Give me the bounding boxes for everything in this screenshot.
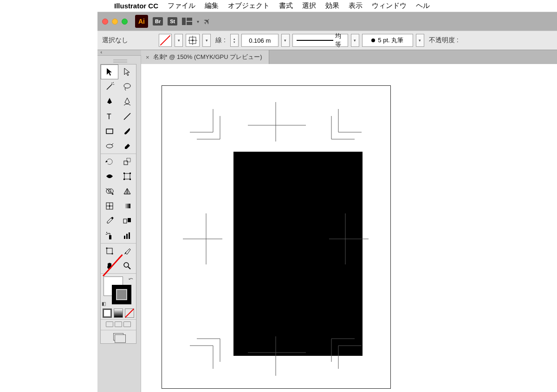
rectangle-tool[interactable]	[101, 124, 118, 139]
selection-tool[interactable]	[101, 64, 118, 79]
svg-point-17	[124, 84, 130, 88]
paintbrush-tool[interactable]	[118, 124, 136, 139]
svg-rect-23	[124, 161, 128, 165]
magic-wand-tool[interactable]	[101, 79, 118, 94]
stroke-profile-dropdown[interactable]: ▾	[351, 34, 359, 47]
fill-dropdown[interactable]: ▾	[175, 34, 183, 47]
shaper-tool[interactable]	[101, 139, 118, 154]
svg-point-13	[111, 84, 112, 85]
menu-type[interactable]: 書式	[279, 1, 293, 10]
zoom-tool[interactable]	[118, 258, 136, 273]
outer-margin	[0, 0, 97, 392]
curvature-tool[interactable]	[118, 94, 136, 109]
arrange-documents-icon[interactable]	[182, 18, 192, 25]
stroke-stepper[interactable]: ▴▾	[230, 34, 239, 47]
swap-fill-stroke-icon[interactable]: ⤺	[129, 276, 133, 282]
draw-behind-icon[interactable]	[115, 321, 122, 327]
symbol-sprayer-tool[interactable]	[101, 228, 118, 243]
eraser-tool[interactable]	[118, 139, 136, 154]
direct-selection-tool[interactable]	[118, 64, 136, 79]
stroke-align-dropdown[interactable]: ▾	[202, 34, 211, 47]
lasso-tool[interactable]	[118, 79, 136, 94]
gradient-tool[interactable]	[118, 199, 136, 213]
shape-builder-tool[interactable]	[101, 184, 118, 199]
stroke-profile-label: 均等	[335, 32, 346, 49]
draw-inside-icon[interactable]	[123, 321, 131, 327]
menu-view[interactable]: 表示	[349, 1, 363, 10]
minimize-window-button[interactable]	[112, 19, 118, 25]
color-mode-row	[101, 307, 136, 319]
brush-definition[interactable]: 5 pt. 丸筆	[362, 34, 413, 47]
svg-rect-42	[109, 235, 111, 239]
svg-rect-40	[123, 219, 127, 223]
close-tab-icon[interactable]: ×	[146, 54, 149, 61]
window-controls	[102, 19, 128, 25]
fill-stroke-control[interactable]: ⤺ ◧	[101, 274, 136, 307]
dock-collapse-icon[interactable]	[97, 50, 141, 56]
screen-mode-icon[interactable]	[113, 333, 123, 341]
stroke-align-icon[interactable]	[186, 34, 200, 47]
mesh-tool[interactable]	[101, 199, 118, 213]
pen-tool[interactable]	[101, 94, 118, 109]
free-transform-tool[interactable]	[118, 169, 136, 184]
menu-file[interactable]: ファイル	[168, 1, 195, 10]
rotate-tool[interactable]	[101, 154, 118, 169]
color-mode-none[interactable]	[125, 308, 134, 318]
opacity-label: 不透明度 :	[429, 36, 459, 45]
svg-rect-27	[130, 173, 131, 174]
svg-rect-29	[130, 179, 131, 180]
app-titlebar: Ai Br St ▾ ✈	[97, 12, 557, 31]
type-tool[interactable]: T	[101, 109, 118, 124]
arrange-dropdown-icon[interactable]: ▾	[197, 19, 199, 24]
menu-help[interactable]: ヘル	[416, 1, 430, 10]
stroke-swatch[interactable]	[112, 285, 131, 304]
stock-badge[interactable]: St	[168, 17, 177, 26]
menu-effect[interactable]: 効果	[325, 1, 339, 10]
stroke-weight-dropdown[interactable]: ▾	[281, 34, 290, 47]
menu-edit[interactable]: 編集	[205, 1, 219, 10]
screen-mode-row	[101, 320, 136, 330]
stroke-profile[interactable]: 均等	[292, 34, 348, 47]
scale-tool[interactable]	[118, 154, 136, 169]
dock-handle-icon[interactable]	[113, 59, 127, 63]
artboard-tool[interactable]	[101, 244, 118, 258]
selection-status: 選択なし	[102, 36, 128, 45]
stroke-label: 線 :	[215, 36, 226, 45]
mac-menubar: Illustrator CC ファイル 編集 オブジェクト 書式 選択 効果 表…	[97, 0, 557, 12]
width-tool[interactable]	[101, 169, 118, 184]
stroke-weight-input[interactable]: 0.106 m	[241, 34, 278, 47]
svg-rect-25	[124, 174, 130, 179]
document-tabbar: × 名刺* @ 150% (CMYK/GPU プレビュー)	[141, 50, 557, 64]
app-name[interactable]: Illustrator CC	[114, 2, 158, 10]
menu-object[interactable]: オブジェクト	[228, 1, 270, 10]
svg-rect-47	[126, 234, 128, 239]
brush-dropdown[interactable]: ▾	[416, 34, 424, 47]
control-bar: 選択なし ▾ ▾ 線 : ▴▾ 0.106 m ▾ 均等 ▾ 5 pt. 丸筆 …	[97, 31, 557, 50]
menu-window[interactable]: ウィンドウ	[372, 1, 407, 10]
svg-rect-41	[128, 218, 131, 222]
svg-text:T: T	[107, 113, 111, 121]
blend-tool[interactable]	[118, 213, 136, 228]
color-mode-solid[interactable]	[103, 308, 112, 318]
color-mode-gradient[interactable]	[114, 308, 123, 318]
svg-point-43	[106, 232, 107, 233]
svg-point-44	[107, 233, 108, 234]
document-tab[interactable]: × 名刺* @ 150% (CMYK/GPU プレビュー)	[141, 50, 269, 64]
default-fill-stroke-icon[interactable]: ◧	[102, 301, 106, 306]
menu-select[interactable]: 選択	[302, 1, 316, 10]
bridge-badge[interactable]: Br	[153, 17, 163, 26]
gpu-performance-icon[interactable]: ✈	[201, 15, 214, 27]
perspective-grid-tool[interactable]	[118, 184, 136, 199]
column-graph-tool[interactable]	[118, 228, 136, 243]
fullscreen-window-button[interactable]	[122, 19, 128, 25]
eyedropper-tool[interactable]	[101, 213, 118, 228]
svg-rect-26	[123, 173, 125, 174]
fill-swatch-none[interactable]	[159, 34, 172, 47]
artboard[interactable]	[162, 85, 391, 389]
line-tool[interactable]	[118, 109, 136, 124]
close-window-button[interactable]	[102, 19, 108, 25]
svg-rect-28	[123, 179, 125, 180]
svg-marker-22	[105, 161, 108, 162]
draw-normal-icon[interactable]	[106, 321, 113, 327]
canvas[interactable]	[141, 64, 557, 392]
